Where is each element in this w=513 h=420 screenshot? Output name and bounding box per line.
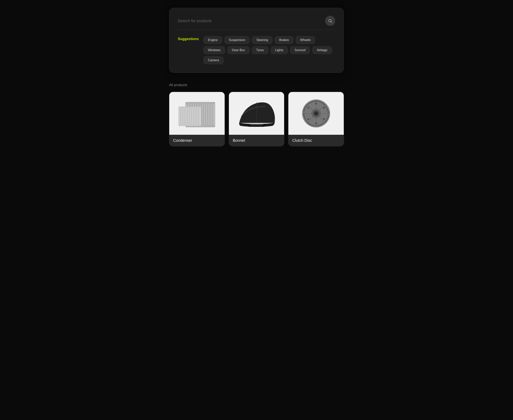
suggestion-chip[interactable]: Airbags	[312, 46, 332, 54]
suggestions-row: Suggestions EngineSuspensionSteeringBrak…	[178, 36, 335, 64]
svg-point-50	[323, 118, 325, 120]
suggestion-chip[interactable]: Steering	[252, 36, 272, 44]
svg-point-52	[308, 118, 309, 120]
page-wrapper: Suggestions EngineSuspensionSteeringBrak…	[169, 8, 344, 146]
product-name-condenser: Condenser	[173, 138, 192, 142]
product-name-bonnet: Bonnet	[233, 138, 245, 142]
suggestion-chip[interactable]: Engine	[204, 36, 222, 44]
svg-line-1	[331, 22, 332, 22]
svg-rect-18	[186, 102, 215, 104]
product-card-condenser[interactable]: Condenser	[169, 92, 225, 146]
search-row	[178, 16, 335, 26]
chips-container: EngineSuspensionSteeringBrakesWheelsWind…	[204, 36, 335, 64]
suggestion-chip[interactable]: Brakes	[275, 36, 293, 44]
suggestion-chip[interactable]: Tyres	[252, 46, 268, 54]
product-image-clutch	[288, 92, 344, 135]
clutch-illustration	[295, 98, 337, 129]
svg-rect-35	[250, 124, 263, 125]
search-button[interactable]	[325, 16, 335, 26]
product-card-bonnet[interactable]: Bonnet	[229, 92, 285, 146]
section-title: All products	[169, 83, 344, 87]
product-label-clutch: Clutch Disc	[288, 135, 344, 146]
products-section: All products	[169, 83, 344, 146]
svg-rect-32	[179, 106, 202, 108]
suggestion-chip[interactable]: Sunroof	[290, 46, 310, 54]
suggestion-chip[interactable]: Gear Box	[227, 46, 249, 54]
product-label-condenser: Condenser	[169, 135, 225, 146]
svg-rect-34	[249, 126, 264, 127]
product-image-condenser	[169, 92, 225, 135]
product-card-clutch[interactable]: Clutch Disc	[288, 92, 344, 146]
svg-rect-33	[179, 124, 202, 126]
condenser-illustration	[173, 95, 220, 132]
search-input[interactable]	[178, 19, 322, 23]
search-divider	[178, 30, 335, 30]
svg-point-47	[315, 112, 318, 115]
suggestion-chip[interactable]: Lights	[271, 46, 288, 54]
search-card: Suggestions EngineSuspensionSteeringBrak…	[169, 8, 344, 73]
product-name-clutch: Clutch Disc	[292, 138, 312, 142]
product-label-bonnet: Bonnet	[229, 135, 284, 146]
suggestion-chip[interactable]: Camera	[204, 56, 223, 64]
svg-point-51	[315, 122, 317, 124]
svg-point-49	[323, 107, 325, 108]
products-grid: Condenser	[169, 92, 344, 146]
suggestion-chip[interactable]: Suspension	[224, 36, 250, 44]
product-image-bonnet	[229, 92, 284, 135]
suggestion-chip[interactable]: Windows	[204, 46, 225, 54]
svg-point-48	[315, 103, 317, 104]
svg-point-53	[308, 107, 309, 108]
suggestions-label: Suggestions	[178, 36, 199, 41]
suggestion-chip[interactable]: Wheels	[296, 36, 315, 44]
bonnet-illustration	[234, 96, 279, 130]
svg-rect-20	[179, 106, 202, 126]
